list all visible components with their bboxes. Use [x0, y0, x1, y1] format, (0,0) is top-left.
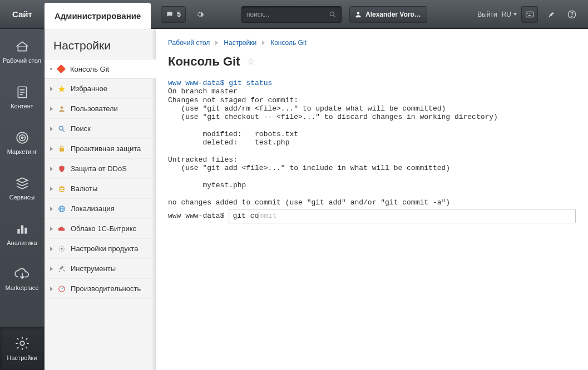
- page-title: Консоль Git: [168, 54, 240, 69]
- sidenav-item-label: Защита от DDoS: [71, 164, 127, 173]
- perf-icon: [57, 284, 66, 293]
- help-icon: [567, 10, 576, 19]
- rail-item-desktop[interactable]: Рабочий стол: [0, 29, 44, 74]
- breadcrumb-item[interactable]: Консоль Git: [270, 39, 307, 47]
- user-icon: [354, 11, 362, 18]
- terminal-input-prompt: www www-data$: [168, 212, 224, 220]
- rail-item-marketplace[interactable]: Marketplace: [0, 257, 44, 302]
- tab-admin-label: Администрирование: [55, 11, 141, 21]
- rail-label: Контент: [11, 103, 33, 109]
- svg-point-23: [59, 126, 63, 130]
- svg-rect-25: [60, 148, 64, 151]
- rail-item-settings[interactable]: Настройки: [0, 327, 44, 370]
- sidenav-item-ddos[interactable]: Защита от DDoS: [45, 159, 156, 179]
- rail-label: Маркетинг: [7, 148, 37, 155]
- caret-right-icon: [50, 167, 53, 171]
- sidenav-item-label: Производительность: [71, 284, 141, 293]
- sidenav-item-tools[interactable]: Инструменты: [45, 259, 156, 279]
- rail-label: Рабочий стол: [3, 57, 41, 64]
- user-menu[interactable]: Alexander Voro…: [349, 6, 427, 23]
- sidenav-item-performance[interactable]: Производительность: [45, 279, 156, 299]
- topbar-settings-button[interactable]: [191, 6, 208, 23]
- shield-icon: [57, 164, 66, 173]
- rail-label: Аналитика: [7, 239, 37, 246]
- sidenav-item-label: Локализация: [71, 204, 115, 213]
- caret-right-icon: [50, 247, 53, 251]
- rail-item-marketing[interactable]: Маркетинг: [0, 120, 44, 166]
- caret-right-icon: [50, 287, 53, 291]
- svg-point-9: [571, 16, 572, 17]
- breadcrumb: Рабочий стол Настройки Консоль Git: [168, 39, 576, 47]
- pin-button[interactable]: [542, 6, 559, 23]
- svg-point-16: [21, 137, 23, 138]
- sidenav-item-label: Пользователи: [71, 104, 118, 113]
- rail-label: Marketplace: [6, 284, 39, 291]
- breadcrumb-item[interactable]: Рабочий стол: [168, 39, 210, 47]
- sidenav-item-search[interactable]: Поиск: [45, 119, 156, 139]
- sidenav-item-cloud[interactable]: Облако 1С-Битрикс: [45, 219, 156, 239]
- sidenav-item-proactive[interactable]: Проактивная защита: [45, 139, 156, 159]
- terminal-input-hint: mmit: [259, 212, 276, 220]
- caret-right-icon: [50, 207, 53, 211]
- caret-right-icon: [50, 87, 53, 91]
- sidenav-item-label: Проактивная защита: [71, 144, 141, 153]
- notifications-button[interactable]: 5: [161, 6, 186, 23]
- sidenav-item-localization[interactable]: Локализация: [45, 199, 156, 219]
- sidenav-item-label: Облако 1С-Битрикс: [71, 224, 136, 233]
- tab-site[interactable]: Сайт: [0, 0, 45, 29]
- user-icon: [57, 104, 66, 113]
- rail-item-analytics[interactable]: Аналитика: [0, 211, 44, 257]
- help-button[interactable]: [564, 6, 580, 23]
- layers-icon: [15, 176, 29, 191]
- sidenav-item-label: Инструменты: [71, 264, 116, 273]
- caret-right-icon: [50, 107, 53, 111]
- lang-switch[interactable]: RU: [502, 11, 517, 18]
- terminal-prompt: www www-data$: [168, 79, 224, 87]
- terminal-output: www www-data$ git status On branch maste…: [168, 79, 576, 207]
- svg-rect-17: [17, 229, 19, 234]
- terminal-input-value: git co: [233, 212, 259, 220]
- rail-label: Настройки: [7, 354, 37, 361]
- user-name: Alexander Voro…: [365, 11, 421, 18]
- svg-point-22: [61, 106, 63, 109]
- logout-link[interactable]: Выйти: [477, 11, 497, 18]
- svg-point-30: [61, 248, 63, 250]
- sidenav-item-label: Избранное: [71, 84, 107, 93]
- main-content: Рабочий стол Настройки Консоль Git Консо…: [156, 29, 588, 370]
- sidenav-item-label: Поиск: [71, 124, 91, 133]
- lock-icon: [57, 144, 66, 153]
- favorite-star-button[interactable]: ☆: [246, 56, 255, 68]
- pin-icon: [547, 11, 555, 18]
- star-icon: [57, 84, 66, 93]
- svg-rect-3: [526, 12, 533, 17]
- terminal-output-text: On branch master Changes not staged for …: [168, 87, 498, 206]
- breadcrumb-item[interactable]: Настройки: [224, 39, 256, 47]
- sidenav-item-users[interactable]: Пользователи: [45, 99, 156, 119]
- tab-admin[interactable]: Администрирование: [45, 3, 151, 29]
- rail: Рабочий стол Контент Маркетинг Сервисы А…: [0, 29, 45, 370]
- sidenav-item-label: Консоль Git: [70, 65, 109, 73]
- sidenav-item-favorites[interactable]: Избранное: [45, 79, 156, 99]
- hotkeys-button[interactable]: [521, 6, 538, 23]
- gear-icon: [57, 244, 66, 253]
- sidenav-item-product-settings[interactable]: Настройки продукта: [45, 239, 156, 259]
- chart-icon: [15, 222, 29, 236]
- document-icon: [15, 85, 29, 99]
- globe-icon: [57, 204, 66, 213]
- sidenav-item-git[interactable]: Консоль Git: [45, 59, 156, 79]
- search-placeholder: поиск...: [246, 11, 329, 18]
- svg-rect-21: [57, 65, 65, 73]
- sidenav-item-label: Настройки продукта: [71, 244, 139, 253]
- terminal-command-input[interactable]: git commit: [229, 209, 576, 223]
- rail-item-services[interactable]: Сервисы: [0, 166, 44, 211]
- sidenav-item-currency[interactable]: Валюты: [45, 179, 156, 199]
- gear-icon: [195, 10, 204, 19]
- git-icon: [57, 64, 66, 73]
- svg-line-24: [63, 129, 65, 131]
- terminal-last-command: git status: [229, 79, 272, 87]
- sidenav: Настройки Консоль Git Избранное Пользова…: [45, 29, 156, 370]
- search-input[interactable]: поиск...: [241, 6, 342, 23]
- target-icon: [15, 131, 29, 145]
- rail-item-content[interactable]: Контент: [0, 74, 44, 120]
- search-icon: [329, 11, 337, 18]
